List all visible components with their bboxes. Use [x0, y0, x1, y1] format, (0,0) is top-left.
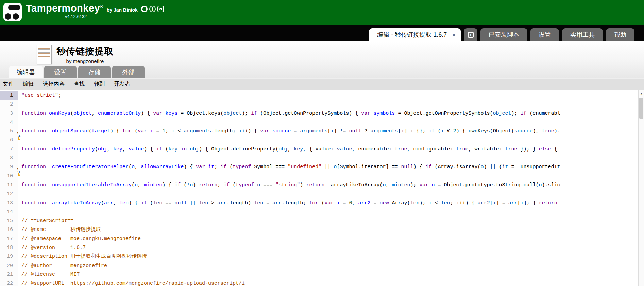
code-line[interactable]: 21// @license MIT [0, 270, 638, 279]
code-line[interactable]: 18// @version 1.6.7 [0, 243, 638, 252]
browser-tab-edit-script[interactable]: 编辑 - 秒传链接提取 1.6.7× [369, 28, 461, 41]
code-line[interactable]: 12 [0, 190, 638, 198]
code-line[interactable]: 16// @name 秒传链接提取 [0, 225, 638, 234]
code-line[interactable]: 2 [0, 100, 638, 109]
code-line-text: function _defineProperty(obj, key, value… [18, 145, 557, 154]
browser-tab-settings[interactable]: 设置 [530, 28, 559, 41]
line-number: 21 [0, 270, 18, 279]
logo-eye-right [13, 13, 19, 20]
code-line-text [18, 100, 21, 109]
editor-subtabs: 编辑器设置存储外部 [0, 66, 644, 78]
scroll-up-icon[interactable]: ∧ [639, 90, 644, 98]
code-line-text [18, 118, 21, 127]
vertical-scrollbar[interactable]: ∧ [638, 90, 644, 286]
line-number: 17 [0, 235, 18, 243]
code-line-text: // @author mengzonefire [18, 261, 107, 270]
code-line[interactable]: 17// @namespace moe.cangku.mengzonefire [0, 235, 638, 243]
line-number: 7 [0, 145, 18, 154]
browser-tab-help[interactable]: 帮助 [606, 28, 634, 41]
code-line-text: function _createForOfIteratorHelper(o, a… [18, 163, 560, 172]
code-line[interactable]: 5!+function _objectSpread(target) { for … [0, 127, 638, 136]
menu-find[interactable]: 查找 [74, 81, 85, 88]
brand-block: Tampermonkey ® by Jan Biniok f v4.12.613… [26, 3, 164, 19]
code-editor[interactable]: 1"use strict";23function ownKeys(object,… [0, 90, 644, 286]
registered-mark: ® [100, 4, 103, 9]
instagram-icon[interactable] [157, 6, 164, 12]
scrollbar-thumb[interactable] [639, 98, 643, 119]
script-author: by mengzonefire [56, 58, 114, 64]
code-line[interactable]: 9!+function _createForOfIteratorHelper(o… [0, 163, 638, 172]
code-line-text: function ownKeys(object, enumerableOnly)… [18, 109, 560, 118]
tampermonkey-logo-icon [3, 3, 22, 21]
browser-tab-installed-scripts[interactable]: 已安装脚本 [480, 28, 527, 41]
code-line[interactable]: 14 [0, 208, 638, 217]
code-line[interactable]: 19// @description 用于提取和生成百度网盘秒传链接 [0, 252, 638, 261]
code-line-text [18, 154, 21, 163]
browser-tab-utilities[interactable]: 实用工具 [562, 28, 603, 41]
code-line[interactable]: 3function ownKeys(object, enumerableOnly… [0, 109, 638, 118]
logo-bar [8, 5, 20, 10]
line-number: 5!+ [0, 127, 18, 136]
line-number: 12 [0, 190, 18, 198]
code-line[interactable]: 11function _unsupportedIterableToArray(o… [0, 181, 638, 190]
code-line-text: // @supportURL https://github.com/mengzo… [18, 279, 245, 286]
code-line-text: // @namespace moe.cangku.mengzonefire [18, 235, 141, 243]
code-line-text: function _arrayLikeToArray(arr, len) { i… [18, 199, 557, 208]
code-line[interactable]: 22// @supportURL https://github.com/meng… [0, 279, 638, 286]
code-line[interactable]: 8 [0, 154, 638, 163]
code-line-text: function _objectSpread(target) { for (va… [18, 127, 560, 136]
line-number: 19 [0, 252, 18, 261]
subtab-settings[interactable]: 设置 [44, 66, 77, 78]
code-line-text: // @name 秒传链接提取 [18, 225, 101, 234]
warning-icon[interactable]: !+ [15, 128, 20, 133]
new-tab-button[interactable]: + [464, 28, 477, 41]
brand-byline: by Jan Biniok [107, 7, 138, 13]
line-number: 8 [0, 154, 18, 163]
code-line[interactable]: 13function _arrayLikeToArray(arr, len) {… [0, 199, 638, 208]
line-number: 6 [0, 136, 18, 145]
code-area[interactable]: 1"use strict";23function ownKeys(object,… [0, 90, 638, 286]
menu-file[interactable]: 文件 [3, 81, 14, 88]
plus-icon: + [468, 32, 474, 38]
logo-eye-left [5, 13, 11, 20]
line-number: 13 [0, 199, 18, 208]
line-number: 18 [0, 243, 18, 252]
line-number: 2 [0, 100, 18, 109]
line-number: 14 [0, 208, 18, 217]
code-line-text: // @license MIT [18, 270, 80, 279]
line-number: 9!+ [0, 163, 18, 172]
tab-close-icon[interactable]: × [452, 32, 455, 38]
code-line-text [18, 208, 21, 217]
menu-edit[interactable]: 编辑 [23, 81, 34, 88]
subtab-editor[interactable]: 编辑器 [9, 66, 43, 78]
code-line[interactable]: 10 [0, 172, 638, 181]
code-line-text: // @description 用于提取和生成百度网盘秒传链接 [18, 252, 147, 261]
code-line[interactable]: 20// @author mengzonefire [0, 261, 638, 270]
code-line[interactable]: 15// ==UserScript== [0, 217, 638, 225]
editor-menubar: 文件编辑选择内容查找转到开发者 [0, 78, 644, 90]
facebook-icon[interactable]: f [149, 6, 156, 12]
line-number: 15 [0, 217, 18, 225]
line-number: 20 [0, 261, 18, 270]
subtab-external[interactable]: 外部 [112, 66, 145, 78]
code-line[interactable]: 1"use strict"; [0, 91, 638, 100]
app-header: Tampermonkey ® by Jan Biniok f v4.12.613… [0, 0, 644, 25]
code-line[interactable]: 6 [0, 136, 638, 145]
code-line-text: function _unsupportedIterableToArray(o, … [18, 181, 560, 190]
line-number: 4 [0, 118, 18, 127]
warning-icon[interactable]: !+ [15, 164, 20, 169]
script-header-area: 秒传链接提取 by mengzonefire 编辑器设置存储外部 [0, 41, 644, 78]
code-line[interactable]: 7function _defineProperty(obj, key, valu… [0, 145, 638, 154]
code-line-text: // ==UserScript== [18, 217, 73, 225]
social-icons: f [141, 6, 164, 12]
line-number: 16 [0, 225, 18, 234]
code-line-text: "use strict"; [18, 91, 61, 100]
github-icon[interactable] [141, 6, 148, 12]
menu-goto[interactable]: 转到 [94, 81, 105, 88]
subtab-storage[interactable]: 存储 [78, 66, 111, 78]
menu-selection[interactable]: 选择内容 [43, 81, 65, 88]
line-number: 22 [0, 279, 18, 286]
menu-developer[interactable]: 开发者 [114, 81, 130, 88]
code-line[interactable]: 4 [0, 118, 638, 127]
line-number: 11 [0, 181, 18, 190]
